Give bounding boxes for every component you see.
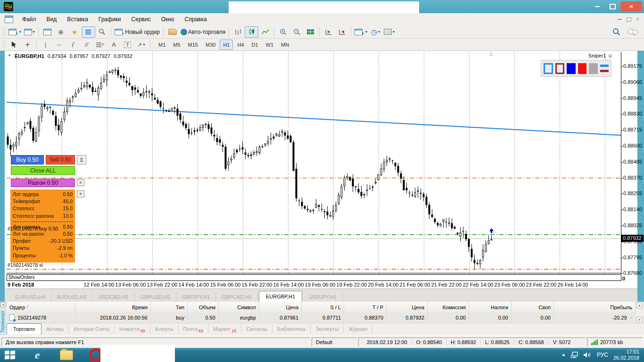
terminal-close-button[interactable]: × bbox=[0, 302, 6, 307]
tf-m5-button[interactable]: M5 bbox=[170, 40, 183, 50]
new-chart-button[interactable]: +▾ bbox=[7, 26, 23, 38]
close-all-button[interactable]: Close ALL bbox=[11, 166, 75, 175]
market-watch-button[interactable] bbox=[41, 26, 54, 38]
arrows-button[interactable]: ↗▾ bbox=[134, 39, 148, 50]
terminal-tab-почта[interactable]: Почта63 bbox=[179, 324, 209, 334]
buy-button[interactable]: Buy 0.50 bbox=[11, 155, 44, 165]
scroll-marker-icon[interactable]: △ bbox=[489, 51, 493, 56]
chart-tab-eurusd-h4[interactable]: EURUSD,H4 bbox=[9, 292, 51, 302]
vertical-line-button[interactable]: | bbox=[39, 39, 52, 50]
new-order-button[interactable]: + Новый ордер bbox=[113, 26, 161, 38]
tf-mn-button[interactable]: MN bbox=[278, 40, 292, 50]
terminal-button[interactable] bbox=[82, 26, 95, 38]
zoom-out-button[interactable] bbox=[290, 26, 304, 38]
channel-button[interactable]: // bbox=[80, 39, 93, 50]
indicator-legend-panel[interactable] bbox=[541, 60, 611, 77]
trendline-button[interactable]: / bbox=[66, 39, 80, 50]
menu-file[interactable]: Файл bbox=[17, 13, 41, 25]
child-restore-icon[interactable] bbox=[627, 17, 631, 22]
column-header[interactable]: Своп bbox=[512, 302, 554, 313]
time-axis[interactable]: 9 Feb 201812 Feb 14:0013 Feb 06:0013 Feb… bbox=[7, 282, 634, 288]
chat-icon[interactable] bbox=[627, 28, 638, 36]
text-label-button[interactable]: T bbox=[121, 39, 134, 50]
column-header[interactable]: T / P bbox=[344, 302, 387, 313]
tf-m30-button[interactable]: M30 bbox=[202, 40, 219, 50]
chart-tab-usdcad-h1[interactable]: USDCAD,H1 bbox=[93, 292, 135, 302]
terminal-tab-библиотека[interactable]: Библиотека bbox=[272, 324, 311, 334]
child-minimize-icon[interactable] bbox=[618, 19, 622, 20]
terminal-scrollbar[interactable]: ▲ ▼ bbox=[636, 302, 643, 323]
column-header[interactable]: S / L bbox=[302, 302, 344, 313]
chart-tab-gbpjpy-h1[interactable]: GBPJPY,H1 bbox=[176, 292, 216, 302]
updown-button[interactable]: ⇕ bbox=[77, 155, 86, 165]
chart-bars-button[interactable] bbox=[231, 26, 245, 38]
menu-help[interactable]: Справка bbox=[180, 13, 212, 25]
terminal-tab-журнал[interactable]: Журнал bbox=[344, 324, 372, 334]
order-row[interactable]: 15021492782018.02.26 16:00:56buy0.50eurg… bbox=[7, 313, 636, 323]
child-close-icon[interactable]: × bbox=[636, 16, 639, 23]
chart-tab-gbpcad-h1[interactable]: GBPCAD,H1 bbox=[216, 292, 258, 302]
terminal-tab-сигналы[interactable]: Сигналы bbox=[241, 324, 272, 334]
periods-button[interactable]: ◷▾ bbox=[369, 26, 382, 38]
maximize-button[interactable] bbox=[605, 1, 619, 11]
templates-button[interactable]: ▾ bbox=[382, 26, 396, 38]
status-profile[interactable]: Default bbox=[312, 337, 357, 346]
tf-d1-button[interactable]: D1 bbox=[248, 40, 262, 50]
menu-insert[interactable]: Вставка bbox=[62, 13, 93, 25]
navigator-button[interactable]: ★ bbox=[68, 26, 82, 38]
crosshair-button[interactable]: + bbox=[21, 39, 34, 50]
tf-h4-button[interactable]: H4 bbox=[234, 40, 247, 50]
network-icon[interactable] bbox=[570, 352, 578, 358]
column-header[interactable]: Тип bbox=[151, 302, 188, 313]
cursor-button[interactable] bbox=[7, 39, 21, 50]
taskbar-ie-button[interactable]: e bbox=[30, 349, 44, 361]
terminal-tab-торговля[interactable]: Торговля bbox=[7, 323, 41, 334]
terminal-tab-активы[interactable]: Активы bbox=[41, 324, 69, 334]
text-button[interactable]: A bbox=[107, 39, 121, 50]
auto-trading-button[interactable]: ▶ Авто-торговля bbox=[179, 26, 227, 38]
chart-tab-audusd-h1[interactable]: AUDUSD,H1 bbox=[51, 292, 93, 302]
close-order-icon[interactable]: × bbox=[630, 315, 632, 320]
profiles-button[interactable]: ▾ bbox=[23, 26, 36, 38]
menu-charts[interactable]: Графики bbox=[93, 13, 126, 25]
column-header[interactable]: Налоги bbox=[469, 302, 512, 313]
terminal-side-tab[interactable]: Терминал bbox=[0, 308, 6, 336]
menu-service[interactable]: Сервис bbox=[126, 13, 156, 25]
tile-windows-button[interactable] bbox=[304, 26, 317, 38]
chevron-down-icon[interactable]: ▾ bbox=[8, 53, 10, 59]
data-window-button[interactable]: ⊕ bbox=[54, 26, 68, 38]
strategy-tester-button[interactable] bbox=[95, 26, 109, 38]
indicators-button[interactable]: +▾ bbox=[353, 26, 369, 38]
terminal-tab-история-счета[interactable]: История Счета bbox=[69, 324, 115, 334]
scroll-down-icon[interactable]: ▼ bbox=[636, 317, 643, 323]
tf-w1-button[interactable]: W1 bbox=[263, 40, 277, 50]
menu-view[interactable]: Вид bbox=[41, 13, 62, 25]
terminal-tab-алерты[interactable]: Алерты bbox=[150, 324, 179, 334]
chart-tab-gbpusd-h1[interactable]: GBPUSD,H1 bbox=[135, 292, 177, 302]
column-header[interactable]: Цена bbox=[259, 302, 302, 313]
taskbar-explorer-button[interactable] bbox=[59, 349, 74, 361]
scroll-up-icon[interactable]: ▲ bbox=[636, 302, 643, 308]
chart-line-button[interactable] bbox=[258, 26, 272, 38]
column-header[interactable]: Цена bbox=[387, 302, 428, 313]
show-orders-strip[interactable]: ShowOrders bbox=[7, 274, 621, 281]
language-indicator[interactable]: РУС bbox=[597, 352, 608, 358]
search-icon[interactable] bbox=[612, 28, 620, 36]
tf-m15-button[interactable]: M15 bbox=[185, 40, 201, 50]
toolbar-grip[interactable] bbox=[3, 41, 5, 49]
sell-button[interactable]: Sell 0.50 bbox=[46, 155, 75, 165]
terminal-tab-эксперты[interactable]: Эксперты bbox=[311, 324, 344, 334]
auto-scroll-button[interactable] bbox=[322, 26, 335, 38]
clock[interactable]: 17:01 26.02.2018 bbox=[613, 349, 639, 361]
toolbar-grip[interactable] bbox=[3, 28, 5, 36]
tf-m1-button[interactable]: M1 bbox=[155, 40, 169, 50]
metaeditor-button[interactable] bbox=[165, 26, 179, 38]
panel-close-button-1[interactable]: × bbox=[77, 179, 84, 186]
tray-collapse-icon[interactable]: ◄ bbox=[561, 353, 565, 357]
menu-window[interactable]: Окно bbox=[156, 13, 180, 25]
speaker-icon[interactable] bbox=[583, 352, 592, 358]
minimize-button[interactable] bbox=[590, 1, 604, 11]
column-header[interactable]: Комиссия bbox=[428, 302, 469, 313]
column-header[interactable]: Ордер/ bbox=[7, 302, 75, 313]
terminal-tab-маркет[interactable]: Маркет15 bbox=[208, 324, 241, 334]
